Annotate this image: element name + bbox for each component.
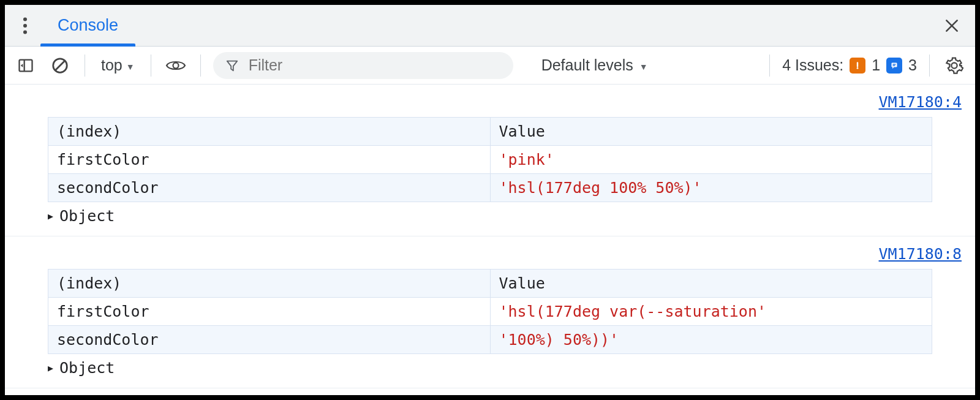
table-cell-value: '100%) 50%))' (490, 326, 932, 354)
object-label: Object (59, 359, 115, 377)
clear-console-button[interactable] (48, 53, 72, 78)
table-row[interactable]: secondColor '100%) 50%))' (48, 326, 932, 354)
issues-prefix: 4 Issues: (782, 56, 843, 74)
issue-info-badge (886, 58, 902, 74)
settings-button[interactable] (942, 53, 967, 78)
console-entry: VM17180:4 (index) Value firstColor 'pink… (5, 85, 975, 236)
table-row[interactable]: firstColor 'hsl(177deg var(--saturation' (48, 298, 932, 326)
table-header-value[interactable]: Value (490, 118, 932, 146)
eye-icon (165, 58, 186, 73)
svg-point-0 (23, 17, 27, 21)
object-expander[interactable]: ▶ Object (48, 207, 962, 225)
table-header-row: (index) Value (48, 118, 932, 146)
table-cell-key: secondColor (48, 174, 491, 202)
svg-point-7 (173, 62, 178, 68)
expand-triangle-icon: ▶ (48, 211, 53, 222)
close-devtools-button[interactable] (933, 5, 970, 46)
source-link[interactable]: VM17180:4 (879, 93, 962, 111)
issues-summary[interactable]: 4 Issues: 1 3 (782, 56, 917, 74)
svg-point-2 (23, 30, 27, 34)
source-link-container: VM17180:8 (5, 236, 975, 266)
source-link[interactable]: VM17180:8 (879, 245, 962, 263)
sidebar-icon (17, 57, 34, 74)
table-header-row: (index) Value (48, 270, 932, 298)
levels-label: Default levels (541, 56, 633, 74)
live-expression-button[interactable] (164, 53, 188, 78)
svg-rect-10 (892, 62, 897, 67)
more-tools-menu[interactable] (10, 5, 40, 46)
execution-context-selector[interactable]: top ▼ (97, 56, 138, 74)
devtools-window: Console (5, 5, 975, 395)
table-header-value[interactable]: Value (490, 270, 932, 298)
table-row[interactable]: secondColor 'hsl(177deg 100% 50%)' (48, 174, 932, 202)
gear-icon (945, 56, 963, 75)
tab-console[interactable]: Console (40, 5, 135, 46)
filter-box (213, 52, 513, 79)
console-table: (index) Value firstColor 'pink' secondCo… (48, 117, 932, 202)
table-cell-key: secondColor (48, 326, 491, 354)
svg-point-9 (857, 67, 859, 69)
close-icon (944, 18, 960, 34)
devtools-tabbar: Console (5, 5, 975, 47)
table-cell-value: 'hsl(177deg var(--saturation' (490, 298, 932, 326)
table-row[interactable]: firstColor 'pink' (48, 146, 932, 174)
issue-warning-count: 1 (872, 56, 880, 74)
table-cell-value: 'hsl(177deg 100% 50%)' (490, 174, 932, 202)
table-cell-key: firstColor (48, 146, 491, 174)
source-link-container: VM17180:4 (5, 85, 975, 115)
expand-triangle-icon: ▶ (48, 363, 53, 374)
svg-line-6 (56, 61, 65, 70)
filter-icon (225, 59, 239, 72)
object-label: Object (59, 207, 115, 225)
object-expander[interactable]: ▶ Object (48, 359, 962, 377)
console-entry: VM17180:8 (index) Value firstColor 'hsl(… (5, 236, 975, 388)
context-label: top (101, 56, 123, 74)
console-toolbar: top ▼ Default levels ▼ (5, 47, 975, 85)
issue-warning-badge (850, 58, 865, 74)
table-header-index[interactable]: (index) (48, 118, 491, 146)
table-header-index[interactable]: (index) (48, 270, 491, 298)
clear-icon (51, 56, 69, 75)
console-table: (index) Value firstColor 'hsl(177deg var… (48, 269, 932, 354)
console-body: VM17180:4 (index) Value firstColor 'pink… (5, 85, 975, 395)
info-icon (890, 61, 899, 70)
filter-input[interactable] (247, 56, 501, 75)
log-level-selector[interactable]: Default levels ▼ (541, 56, 648, 74)
warning-icon (853, 61, 862, 70)
toggle-sidebar-button[interactable] (13, 53, 38, 78)
svg-point-1 (23, 23, 27, 27)
chevron-down-icon: ▼ (126, 62, 135, 72)
issue-info-count: 3 (908, 56, 917, 74)
tab-label: Console (58, 16, 118, 35)
table-cell-key: firstColor (48, 298, 491, 326)
table-cell-value: 'pink' (490, 146, 932, 174)
chevron-down-icon: ▼ (639, 62, 648, 72)
